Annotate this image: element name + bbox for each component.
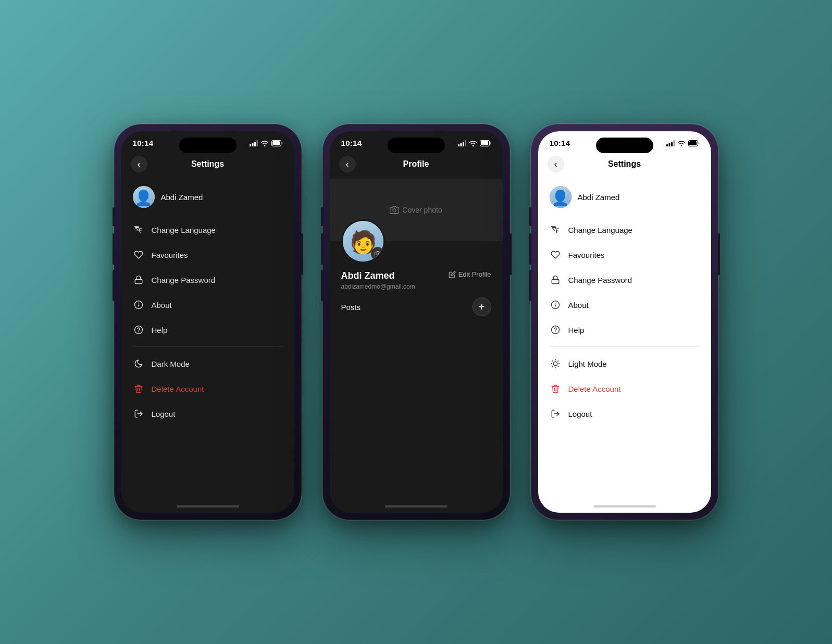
heart-icon-3 [550, 249, 561, 261]
avatar-1 [133, 186, 155, 208]
svg-line-36 [552, 361, 553, 361]
about-label-1: About [152, 301, 172, 309]
translate-icon-1 [133, 224, 144, 236]
wifi-icon-1 [260, 140, 269, 146]
profile-avatar[interactable] [341, 219, 385, 263]
phone-1-wrapper: 10:14 [114, 124, 302, 520]
back-button-1[interactable]: ‹ [131, 156, 147, 172]
change-language-label-1: Change Language [152, 226, 216, 234]
trash-icon-3 [550, 383, 561, 394]
profile-info-row: Abdi Zamed abdizamedmo@gmail.com Edit Pr… [330, 270, 503, 298]
svg-rect-21 [666, 144, 668, 146]
add-post-button[interactable]: + [473, 298, 491, 316]
svg-rect-15 [463, 142, 464, 146]
menu-help-1[interactable]: Help [133, 317, 283, 342]
menu-dark-mode-1[interactable]: Dark Mode [133, 351, 283, 376]
light-mode-label-3: Light Mode [568, 360, 607, 368]
menu-change-language-3[interactable]: Change Language [550, 217, 700, 242]
menu-logout-1[interactable]: Logout [133, 401, 283, 426]
menu-list-1: Change Language Favourites [121, 217, 294, 426]
menu-logout-3[interactable]: Logout [550, 401, 700, 426]
menu-help-3[interactable]: Help [550, 317, 700, 342]
status-icons-3 [666, 140, 700, 146]
logout-label-3: Logout [568, 410, 592, 418]
favourites-label-3: Favourites [568, 251, 605, 259]
edit-profile-label: Edit Profile [458, 270, 491, 278]
svg-rect-13 [458, 144, 460, 146]
home-indicator-2 [385, 505, 448, 507]
svg-rect-27 [552, 279, 559, 283]
svg-line-41 [557, 361, 558, 361]
user-row-3[interactable]: Abdi Zamed [538, 179, 711, 217]
nav-bar-3: ‹ Settings [538, 152, 711, 179]
change-language-label-3: Change Language [568, 226, 632, 234]
signal-icon-3 [666, 140, 675, 146]
menu-change-password-3[interactable]: Change Password [550, 267, 700, 292]
wifi-icon-2 [469, 140, 477, 146]
posts-label: Posts [341, 303, 361, 312]
posts-section: Posts + [330, 298, 503, 316]
lock-icon-3 [550, 274, 561, 286]
avatar-edit-button[interactable] [371, 247, 384, 261]
screen-dark-profile: 10:14 [330, 131, 503, 513]
menu-divider-1 [133, 346, 283, 347]
signal-icon-2 [458, 140, 466, 146]
nav-title-1: Settings [191, 159, 224, 169]
menu-about-3[interactable]: About [550, 292, 700, 317]
svg-point-20 [377, 253, 379, 255]
delete-account-label-1: Delete Account [152, 385, 204, 393]
posts-header: Posts + [341, 298, 491, 316]
change-password-label-1: Change Password [152, 276, 216, 284]
heart-icon-1 [133, 249, 144, 261]
help-label-1: Help [152, 326, 168, 335]
svg-rect-14 [460, 143, 462, 146]
about-label-3: About [568, 301, 589, 309]
profile-email: abdizamedmo@gmail.com [341, 283, 415, 290]
camera-small-icon [375, 251, 381, 257]
help-label-3: Help [568, 326, 585, 335]
user-name-3: Abdi Zamed [578, 193, 620, 202]
svg-point-10 [134, 326, 142, 334]
svg-rect-1 [252, 143, 253, 146]
menu-favourites-3[interactable]: Favourites [550, 242, 700, 267]
menu-delete-account-1[interactable]: Delete Account [133, 376, 283, 401]
dynamic-island-2 [388, 138, 445, 153]
menu-favourites-1[interactable]: Favourites [133, 242, 283, 267]
user-row-1[interactable]: Abdi Zamed [121, 179, 294, 217]
svg-rect-5 [272, 141, 280, 145]
camera-icon [390, 205, 399, 215]
change-password-label-3: Change Password [568, 276, 632, 284]
lock-icon-1 [133, 274, 144, 286]
info-icon-3 [550, 299, 561, 311]
back-button-3[interactable]: ‹ [548, 156, 564, 172]
menu-light-mode-3[interactable]: Light Mode [550, 351, 700, 376]
menu-change-language-1[interactable]: Change Language [133, 217, 283, 242]
menu-change-password-1[interactable]: Change Password [133, 267, 283, 292]
help-icon-1 [133, 324, 144, 336]
delete-account-label-3: Delete Account [568, 385, 621, 393]
menu-delete-account-3[interactable]: Delete Account [550, 376, 700, 401]
status-icons-2 [458, 140, 491, 146]
logout-icon-1 [133, 408, 144, 419]
svg-rect-23 [671, 142, 673, 146]
back-button-2[interactable]: ‹ [339, 156, 356, 172]
svg-point-19 [393, 209, 396, 212]
logout-label-1: Logout [152, 410, 176, 418]
svg-rect-3 [256, 140, 258, 146]
nav-bar-1: ‹ Settings [121, 152, 294, 179]
add-cover-label: Cover photo [390, 205, 442, 215]
svg-rect-26 [689, 141, 697, 145]
svg-rect-16 [465, 140, 466, 146]
menu-about-1[interactable]: About [133, 292, 283, 317]
menu-list-3: Change Language Favourites [538, 217, 711, 426]
status-time-3: 10:14 [550, 139, 570, 147]
svg-rect-24 [673, 140, 675, 146]
home-indicator-1 [177, 505, 239, 507]
home-indicator-3 [593, 505, 656, 507]
edit-profile-button[interactable]: Edit Profile [449, 270, 491, 278]
user-name-1: Abdi Zamed [161, 193, 203, 202]
dynamic-island-1 [179, 138, 237, 153]
profile-avatar-section [330, 219, 503, 263]
translate-icon-3 [550, 224, 561, 236]
signal-icon-1 [250, 140, 258, 146]
